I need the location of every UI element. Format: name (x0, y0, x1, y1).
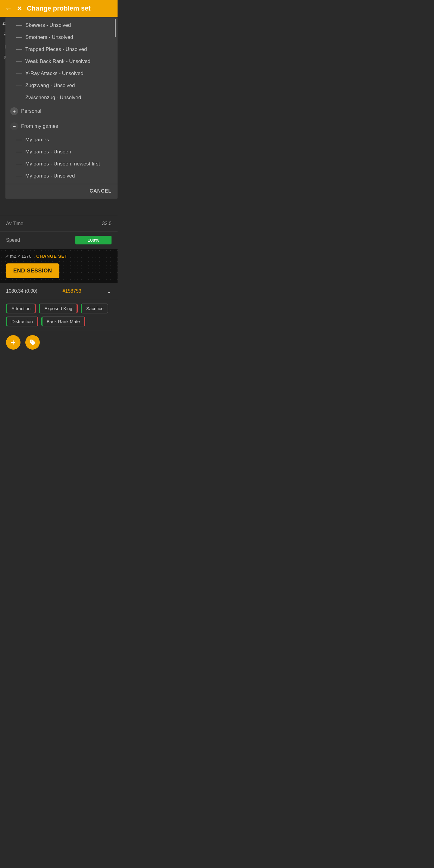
personal-section-header[interactable]: + Personal (5, 104, 118, 119)
tag-sacrifice[interactable]: Sacrifice (81, 304, 108, 313)
expand-personal-icon[interactable]: + (10, 107, 18, 115)
tree-line-icon (16, 73, 22, 74)
list-item[interactable]: Skewers - Unsolved (5, 19, 118, 31)
change-set-button[interactable]: CHANGE SET (36, 253, 67, 258)
list-item[interactable]: My games (5, 134, 118, 146)
list-item[interactable]: Smothers - Unsolved (5, 31, 118, 43)
tag-button[interactable] (25, 335, 40, 350)
tree-line-icon (16, 50, 22, 50)
rating-range: < m2 < 1270 (6, 253, 31, 258)
list-item[interactable]: My games - Unseen, newest first (5, 158, 118, 170)
tag-distraction[interactable]: Distraction (6, 316, 38, 327)
header: ← ✕ Change problem set (0, 0, 118, 17)
av-time-label: Av Time (6, 221, 24, 226)
chevron-down-icon[interactable]: ⌄ (106, 287, 112, 295)
tree-line-icon (16, 152, 22, 152)
tag-exposed-king[interactable]: Exposed King (39, 304, 78, 313)
change-problem-set-modal: Skewers - Unsolved Smothers - Unsolved T… (5, 18, 118, 198)
tag-back-rank-mate[interactable]: Back Rank Mate (41, 316, 85, 327)
tree-line-icon (16, 25, 22, 26)
bottom-actions: + (0, 331, 118, 355)
end-session-button[interactable]: END SESSION (6, 264, 59, 278)
speed-row: Speed 100% (0, 231, 118, 249)
menu-list: Skewers - Unsolved Smothers - Unsolved T… (5, 18, 118, 184)
add-button[interactable]: + (6, 335, 21, 350)
scrollbar[interactable] (115, 18, 116, 198)
tree-line-icon (16, 140, 22, 140)
personal-label: Personal (21, 108, 41, 114)
close-icon[interactable]: ✕ (17, 5, 22, 12)
av-time-value: 33.0 (102, 221, 112, 226)
puzzle-score: 1080.34 (0.00) (6, 288, 37, 294)
list-item[interactable]: X-Ray Attacks - Unsolved (5, 67, 118, 80)
from-my-games-section-header[interactable]: − From my games (5, 119, 118, 134)
speed-label: Speed (6, 238, 20, 243)
tree-line-icon (16, 176, 22, 176)
list-item[interactable]: Zwischenzug - Unsolved (5, 92, 118, 104)
tree-line-icon (16, 37, 22, 38)
tag-icon (29, 339, 36, 346)
list-item[interactable]: My games - Unseen (5, 146, 118, 158)
end-session-row: END SESSION (0, 264, 118, 283)
list-item[interactable]: Zugzwang - Unsolved (5, 80, 118, 92)
scroll-thumb[interactable] (115, 19, 116, 37)
list-item[interactable]: My games - Unsolved (5, 170, 118, 182)
list-item[interactable]: Trapped Pieces - Unsolved (5, 43, 118, 56)
puzzle-link[interactable]: #158753 (62, 288, 81, 294)
rating-change-set-row: < m2 < 1270 CHANGE SET (0, 249, 118, 264)
cancel-row: CANCEL (5, 184, 118, 198)
list-item[interactable]: Weak Back Rank - Unsolved (5, 56, 118, 67)
av-time-row: Av Time 33.0 (0, 216, 118, 231)
from-my-games-label: From my games (21, 123, 58, 129)
tag-attraction[interactable]: Attraction (6, 304, 36, 313)
page-title: Change problem set (27, 4, 90, 12)
tags-row: Attraction Exposed King Sacrifice Distra… (0, 299, 118, 331)
tree-line-icon (16, 86, 22, 86)
collapse-my-games-icon[interactable]: − (10, 122, 18, 130)
tree-line-icon (16, 98, 22, 98)
cancel-button[interactable]: CANCEL (90, 188, 112, 194)
speed-bar: 100% (75, 236, 112, 244)
back-icon[interactable]: ← (5, 4, 12, 13)
tree-line-icon (16, 61, 22, 62)
puzzle-info-row: 1080.34 (0.00) #158753 ⌄ (0, 283, 118, 299)
